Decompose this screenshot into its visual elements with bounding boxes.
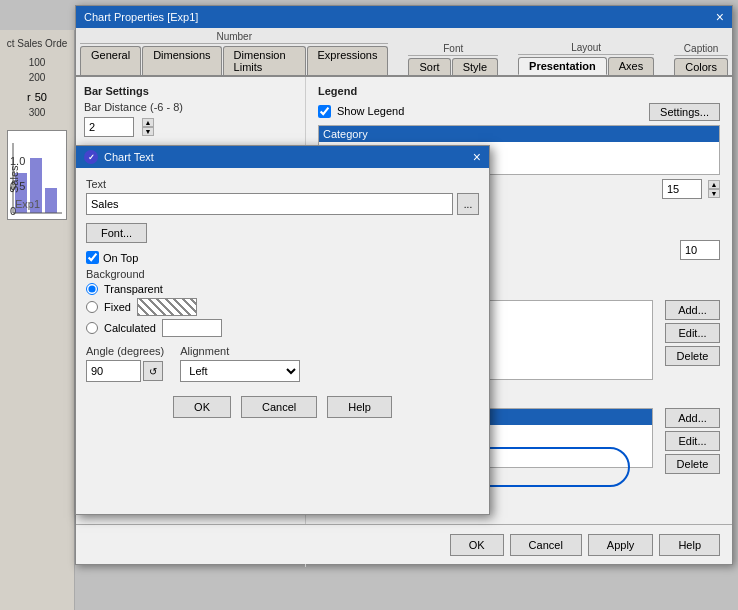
text-input-row: ... <box>86 193 479 215</box>
sidebar-50: 50 <box>35 91 47 103</box>
svg-text:Sales: Sales <box>10 164 20 192</box>
svg-rect-2 <box>45 188 57 213</box>
tab-presentation[interactable]: Presentation <box>518 57 607 75</box>
tab-axes[interactable]: Axes <box>608 57 654 75</box>
bar-distance-row: Bar Distance (-6 - 8) <box>84 101 297 113</box>
ref-add-button[interactable]: Add... <box>665 300 720 320</box>
ref-edit-button[interactable]: Edit... <box>665 323 720 343</box>
main-close-button[interactable]: × <box>716 10 724 24</box>
sidebar-number-200: 200 <box>29 72 46 83</box>
left-sidebar: ct Sales Orde 100 200 r 50 300 0 0.5 1.0… <box>0 30 75 610</box>
tab-expressions[interactable]: Expressions <box>307 46 389 75</box>
tab-group-number: Number General Dimensions Dimension Limi… <box>80 31 388 75</box>
fixed-label: Fixed <box>104 301 131 313</box>
browse-button[interactable]: ... <box>457 193 479 215</box>
fixed-radio[interactable] <box>86 301 98 313</box>
tab-colors[interactable]: Colors <box>674 58 728 75</box>
group-header-font: Font <box>408 43 498 56</box>
limit-up[interactable]: ▲ <box>708 180 720 189</box>
cancel-button[interactable]: Cancel <box>510 534 582 556</box>
calculated-color-box <box>162 319 222 337</box>
limit-spinners: ▲ ▼ <box>708 180 720 198</box>
angle-input-row: ↺ <box>86 360 164 382</box>
chart-text-title-content: ✓ Chart Text <box>84 150 154 164</box>
legend-settings-button[interactable]: Settings... <box>649 103 720 121</box>
tabs-sub-caption: Colors <box>674 58 728 75</box>
chart-text-icon-text: ✓ <box>88 153 95 162</box>
tab-sort[interactable]: Sort <box>408 58 450 75</box>
bottom-bar: OK Cancel Apply Help <box>76 524 732 564</box>
apply-button[interactable]: Apply <box>588 534 654 556</box>
tab-group-layout: Layout Presentation Axes <box>518 42 654 75</box>
tab-dimensions[interactable]: Dimensions <box>142 46 221 75</box>
ref-delete-button[interactable]: Delete <box>665 346 720 366</box>
chart-text-content: Text ... Font... On Top Background Trans… <box>76 168 489 428</box>
align-group: Alignment Left Center Right <box>180 345 300 382</box>
legend-label: Legend <box>318 85 357 97</box>
bar-distance-label: Bar Distance (-6 - 8) <box>84 101 204 113</box>
chart-text-close-button[interactable]: × <box>473 150 481 164</box>
bar-settings-label: Bar Settings <box>84 85 297 97</box>
sidebar-label: ct Sales Orde <box>7 38 68 49</box>
transparent-radio[interactable] <box>86 283 98 295</box>
tab-group-caption: Caption Colors <box>674 43 728 75</box>
bar-distance-input[interactable] <box>84 117 134 137</box>
chart-text-ok-button[interactable]: OK <box>173 396 231 418</box>
svg-text:1.0: 1.0 <box>10 155 25 167</box>
tab-dimension-limits[interactable]: Dimension Limits <box>223 46 306 75</box>
chart-text-icon: ✓ <box>84 150 98 164</box>
bar-distance-spinners: ▲ ▼ <box>142 118 154 136</box>
sidebar-row-50: r 50 <box>27 91 47 103</box>
chart-text-bottom-buttons: OK Cancel Help <box>86 396 479 418</box>
title-bar: Chart Properties [Exp1] × <box>76 6 732 28</box>
text-edit-button[interactable]: Edit... <box>665 431 720 451</box>
tab-style[interactable]: Style <box>452 58 498 75</box>
on-top-checkbox[interactable] <box>86 251 99 264</box>
font-button[interactable]: Font... <box>86 223 147 243</box>
fixed-radio-row: Fixed <box>86 298 479 316</box>
text-add-button[interactable]: Add... <box>665 408 720 428</box>
chart-text-dialog: ✓ Chart Text × Text ... Font... On Top B… <box>75 145 490 515</box>
tabs-sub-layout: Presentation Axes <box>518 57 654 75</box>
tabs-sub-font: Sort Style <box>408 58 498 75</box>
angle-input[interactable] <box>86 360 141 382</box>
tab-general[interactable]: General <box>80 46 141 75</box>
text-delete-button[interactable]: Delete <box>665 454 720 474</box>
limit-input[interactable] <box>662 179 702 199</box>
bar-distance-up[interactable]: ▲ <box>142 118 154 127</box>
bar-settings-section: Bar Settings Bar Distance (-6 - 8) ▲ ▼ <box>84 85 297 137</box>
alignment-select[interactable]: Left Center Right <box>180 360 300 382</box>
bar-distance-input-row: ▲ ▼ <box>84 117 297 137</box>
bar-distance-down[interactable]: ▼ <box>142 127 154 136</box>
calculated-radio[interactable] <box>86 322 98 334</box>
chart-text-input[interactable] <box>86 193 453 215</box>
on-top-row: On Top <box>86 251 479 264</box>
legend-header: Legend <box>318 85 720 101</box>
angle-label: Angle (degrees) <box>86 345 164 357</box>
ok-button[interactable]: OK <box>450 534 504 556</box>
when-exceeds-input[interactable] <box>680 240 720 260</box>
tab-group-font: Font Sort Style <box>408 43 498 75</box>
tab-row-top: Number General Dimensions Dimension Limi… <box>80 28 728 75</box>
show-legend-label: Show Legend <box>337 105 404 117</box>
angle-align-row: Angle (degrees) ↺ Alignment Left Center … <box>86 345 479 382</box>
chart-text-cancel-button[interactable]: Cancel <box>241 396 317 418</box>
chart-preview: 0 0.5 1.0 Sales Exp1 <box>7 130 67 220</box>
sidebar-number-100: 100 <box>29 57 46 68</box>
limit-down[interactable]: ▼ <box>708 189 720 198</box>
calculated-label: Calculated <box>104 322 156 334</box>
background-label: Background <box>86 268 479 280</box>
on-top-label: On Top <box>103 252 138 264</box>
chart-text-title-bar: ✓ Chart Text × <box>76 146 489 168</box>
svg-text:Exp1: Exp1 <box>15 198 40 210</box>
legend-item-category[interactable]: Category <box>319 126 719 142</box>
help-button[interactable]: Help <box>659 534 720 556</box>
angle-icon[interactable]: ↺ <box>143 361 163 381</box>
legend-show-row: Show Legend Settings... <box>318 101 720 121</box>
group-header-number: Number <box>80 31 388 44</box>
chart-text-help-button[interactable]: Help <box>327 396 392 418</box>
dialog-title: Chart Properties [Exp1] <box>84 11 198 23</box>
group-header-layout: Layout <box>518 42 654 55</box>
group-header-caption: Caption <box>674 43 728 56</box>
show-legend-checkbox[interactable] <box>318 105 331 118</box>
